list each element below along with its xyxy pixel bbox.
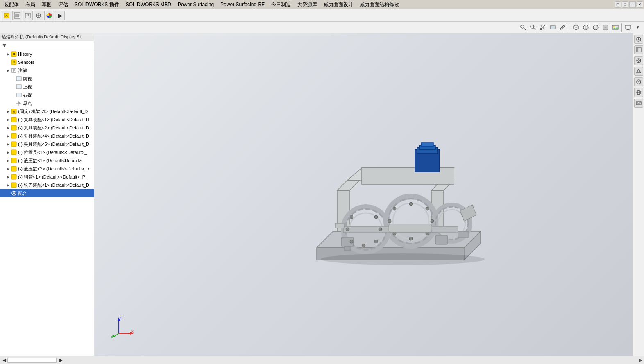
tree-item-milling1[interactable]: ▶ (-) 铣刀装配<1> (Default<Default_D bbox=[0, 181, 94, 189]
status-bar: ◀ ▶ ▶ bbox=[0, 356, 644, 364]
close-button[interactable]: ✕ bbox=[637, 1, 643, 8]
tree-item-annotation[interactable]: ▶ 注解 bbox=[0, 66, 94, 75]
right-btn-4[interactable] bbox=[634, 67, 643, 76]
shading-icon[interactable] bbox=[591, 23, 600, 32]
tree-item-frame[interactable]: ▶ ⚙ (固定) 机架<1> (Default<Default_Di bbox=[0, 107, 94, 115]
expand-frame[interactable]: ▶ bbox=[6, 109, 11, 114]
3d-canvas[interactable]: Z X Y bbox=[94, 33, 633, 356]
search2-icon-btn[interactable]: + bbox=[528, 23, 537, 32]
minimize-button[interactable]: ─ bbox=[629, 1, 636, 8]
front-view-label: 前视 bbox=[23, 76, 32, 82]
status-arrow-right[interactable]: ▶ bbox=[58, 358, 64, 362]
pencil-icon-btn[interactable] bbox=[558, 23, 567, 32]
svg-point-96 bbox=[431, 219, 434, 223]
expand-clamp1[interactable]: ▶ bbox=[6, 117, 11, 122]
expand-pipe1[interactable]: ▶ bbox=[6, 174, 11, 179]
menu-item-resource[interactable]: 大资源库 bbox=[294, 0, 320, 9]
status-scrollbar[interactable] bbox=[7, 358, 57, 363]
menu-item-layout[interactable]: 布局 bbox=[22, 0, 39, 9]
tree-item-clamp2[interactable]: ▶ (-) 夹具装配<2> (Default<Default_D bbox=[0, 124, 94, 132]
status-arrow-left[interactable]: ◀ bbox=[2, 358, 7, 362]
search-icon-btn[interactable] bbox=[519, 23, 528, 32]
center-toolbar-button[interactable] bbox=[34, 11, 43, 20]
menu-item-assembly[interactable]: 装配体 bbox=[1, 0, 22, 9]
expand-history[interactable]: ▶ bbox=[6, 52, 11, 57]
sphere-view-icon[interactable] bbox=[581, 23, 590, 32]
tree-item-sensors[interactable]: ▶ S Sensors bbox=[0, 58, 94, 66]
tree-item-clamp1[interactable]: ▶ (-) 夹具装配<1> (Default<Default_D bbox=[0, 115, 94, 124]
expand-clamp5[interactable]: ▶ bbox=[6, 142, 11, 147]
menu-item-power-surfacing[interactable]: Power Surfacing bbox=[175, 0, 217, 9]
menu-item-sw-mbd[interactable]: SOLIDWORKS MBD bbox=[122, 0, 175, 9]
right-btn-mail[interactable] bbox=[634, 99, 643, 108]
svg-text:Y: Y bbox=[111, 335, 113, 339]
svg-point-86 bbox=[350, 240, 353, 243]
right-btn-globe[interactable] bbox=[634, 88, 643, 97]
sensors-label: Sensors bbox=[18, 60, 34, 65]
right-btn-1[interactable] bbox=[634, 35, 643, 44]
color-button[interactable] bbox=[44, 11, 54, 20]
display-toggle-icon[interactable] bbox=[624, 23, 633, 32]
right-sidebar bbox=[633, 33, 644, 356]
tree-item-top-view[interactable]: ▶ 上视 bbox=[0, 83, 94, 91]
expand-cylinder1[interactable]: ▶ bbox=[6, 158, 11, 163]
menu-item-today-manufacturing[interactable]: 今日制造 bbox=[268, 0, 294, 9]
tree-item-clamp4[interactable]: ▶ (-) 夹具装配<4> (Default<Default_D bbox=[0, 132, 94, 140]
right-btn-2[interactable] bbox=[634, 45, 643, 54]
restore-button[interactable]: ◱ bbox=[615, 1, 621, 8]
tree-item-right-view[interactable]: ▶ 右视 bbox=[0, 91, 94, 99]
expand-cylinder2[interactable]: ▶ bbox=[6, 166, 11, 171]
tree-item-front-view[interactable]: ▶ 前视 bbox=[0, 75, 94, 83]
annotation-icon bbox=[11, 67, 17, 74]
tree-item-clamp5[interactable]: ▶ (-) 夹具装配<5> (Default<Default_D bbox=[0, 140, 94, 148]
svg-point-113 bbox=[638, 38, 639, 40]
plane-icon-btn[interactable] bbox=[548, 23, 557, 32]
scenes-icon[interactable] bbox=[611, 23, 620, 32]
tree-item-pipe1[interactable]: ▶ (-) 钢管<1> (Default<<Default>_Pr bbox=[0, 173, 94, 181]
expand-annotation[interactable]: ▶ bbox=[6, 68, 11, 73]
expand-milling1[interactable]: ▶ bbox=[6, 183, 11, 188]
expand-clamp2[interactable]: ▶ bbox=[6, 125, 11, 130]
tree-item-history[interactable]: ▶ H History bbox=[0, 50, 94, 58]
tree-item-gauge1[interactable]: ▶ (-) 位置尺<1> (Default<<Default>_ bbox=[0, 148, 94, 156]
right-btn-5[interactable] bbox=[634, 77, 643, 86]
menu-item-sw-plugins[interactable]: SOLIDWORKS 插件 bbox=[71, 0, 122, 9]
right-view-label: 右视 bbox=[23, 92, 32, 98]
origin-icon bbox=[16, 100, 22, 106]
menu-item-force-surface-modify[interactable]: 威力曲面结构修改 bbox=[356, 0, 402, 9]
svg-point-102 bbox=[321, 253, 485, 265]
expand-clamp4[interactable]: ▶ bbox=[6, 133, 11, 138]
tree-item-mate[interactable]: ▶ 配合 bbox=[0, 189, 94, 197]
tree-item-origin[interactable]: ▶ 原点 bbox=[0, 99, 94, 107]
svg-point-88 bbox=[374, 240, 378, 243]
maximize-button[interactable]: □ bbox=[622, 1, 628, 8]
sensors-icon: S bbox=[11, 59, 17, 66]
clamp2-icon bbox=[11, 124, 17, 131]
svg-rect-52 bbox=[11, 158, 16, 163]
svg-rect-18 bbox=[550, 26, 555, 29]
material-icon[interactable] bbox=[601, 23, 610, 32]
right-btn-3[interactable] bbox=[634, 56, 643, 65]
3d-view-icon[interactable] bbox=[571, 23, 581, 32]
svg-rect-69 bbox=[421, 143, 433, 146]
new-assembly-button[interactable]: A bbox=[2, 11, 11, 20]
toolbar-more-btn[interactable]: ▼ bbox=[633, 23, 642, 32]
tree-item-cylinder1[interactable]: ▶ (-) 液压缸<1> (Default<Default>_ bbox=[0, 156, 94, 165]
main-layout: 热熔对焊机 (Default<Default_Display St ▼ ▶ H … bbox=[0, 33, 644, 356]
menu-item-force-surface-design[interactable]: 威力曲面设计 bbox=[320, 0, 356, 9]
svg-rect-49 bbox=[11, 133, 16, 138]
filter-icon[interactable]: ▼ bbox=[2, 42, 7, 49]
cut-icon-btn[interactable] bbox=[538, 23, 547, 32]
expand-gauge1[interactable]: ▶ bbox=[6, 150, 11, 155]
property-manager-button[interactable]: P bbox=[23, 11, 33, 20]
svg-rect-41 bbox=[16, 93, 21, 97]
menu-item-evaluate[interactable]: 评估 bbox=[55, 0, 71, 9]
menu-item-power-surfacing-re[interactable]: Power Surfacing RE bbox=[217, 0, 268, 9]
feature-tree-button[interactable] bbox=[12, 11, 22, 20]
menu-item-sketch[interactable]: 草图 bbox=[39, 0, 55, 9]
tree-item-cylinder2[interactable]: ▶ (-) 液压缸<2> (Default<<Default>_ c bbox=[0, 165, 94, 173]
svg-rect-54 bbox=[11, 174, 16, 179]
more-button[interactable]: ▶ bbox=[55, 11, 65, 20]
clamp1-icon bbox=[11, 116, 17, 123]
svg-marker-65 bbox=[362, 168, 454, 184]
